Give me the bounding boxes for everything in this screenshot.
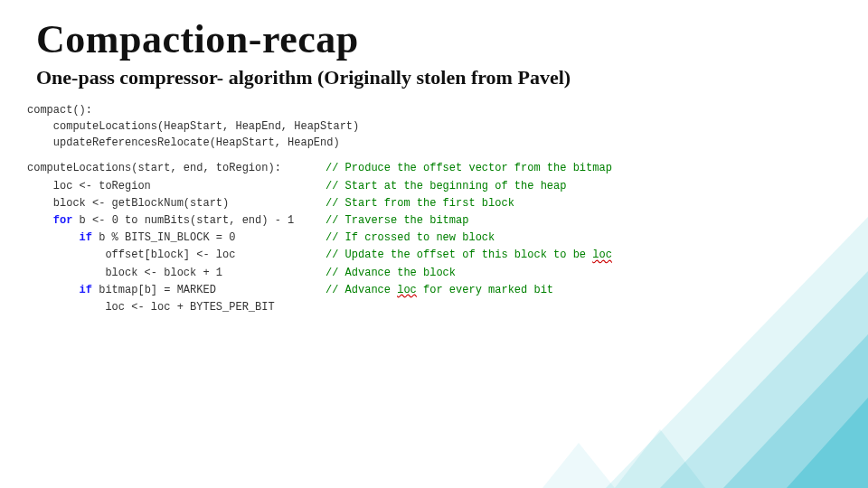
slide-subtitle: One-pass compressor- algorithm (Original…: [36, 66, 839, 89]
code-comment: // Traverse the bitmap: [326, 212, 612, 230]
code-block-compact: compact(): computeLocations(HeapStart, H…: [27, 102, 839, 151]
code-line: computeLocations(start, end, toRegion):: [27, 160, 326, 177]
code-comment: // If crossed to new block: [326, 230, 612, 247]
slide-title: Compaction-recap: [36, 16, 839, 62]
svg-marker-2: [723, 334, 868, 488]
svg-marker-3: [787, 398, 868, 488]
code-comment: [326, 299, 612, 316]
svg-marker-1: [660, 271, 868, 488]
code-line: block <- getBlockNum(start): [27, 195, 326, 212]
code-comment: // Produce the offset vector from the bi…: [326, 160, 612, 177]
svg-marker-4: [615, 429, 705, 488]
code-comment: // Start from the first block: [326, 195, 612, 212]
code-line: block <- block + 1: [27, 265, 326, 282]
svg-marker-5: [542, 443, 615, 488]
code-comment: // Update the offset of this block to be…: [326, 247, 612, 264]
code-comment: // Advance loc for every marked bit: [326, 282, 612, 299]
code-comment: // Start at the beginning of the heap: [326, 178, 612, 195]
code-comment: // Advance the block: [326, 265, 612, 282]
code-line: if b % BITS_IN_BLOCK = 0: [27, 230, 326, 247]
code-line: loc <- toRegion: [27, 178, 326, 195]
svg-marker-0: [606, 217, 868, 488]
code-line: offset[block] <- loc: [27, 247, 326, 264]
code-line: for b <- 0 to numBits(start, end) - 1: [27, 212, 326, 230]
code-line: loc <- loc + BYTES_PER_BIT: [27, 299, 326, 316]
code-line: if bitmap[b] = MARKED: [27, 282, 326, 299]
code-block-compute-locations: computeLocations(start, end, toRegion):/…: [27, 160, 612, 316]
